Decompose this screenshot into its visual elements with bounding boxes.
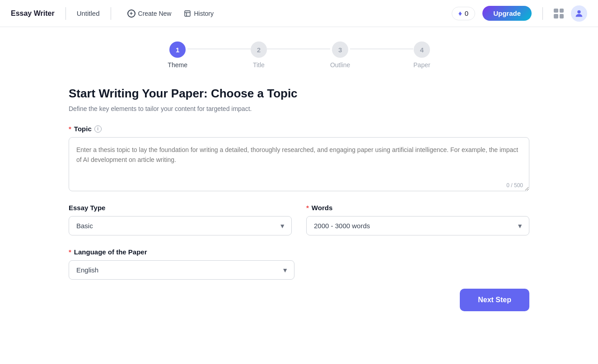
essay-type-select[interactable]: Basic Argumentative Expository Narrative… xyxy=(69,216,292,235)
language-select[interactable]: English Spanish French German Chinese Ar… xyxy=(69,260,294,280)
essay-type-label-text: Essay Type xyxy=(69,204,105,212)
svg-rect-0 xyxy=(185,11,190,16)
language-label: * Language of the Paper xyxy=(69,248,294,256)
gems-count: 0 xyxy=(465,9,468,17)
header-divider-1 xyxy=(65,7,66,20)
app-brand: Essay Writer xyxy=(11,9,55,18)
topic-textarea-wrapper: 0 / 500 xyxy=(69,137,529,193)
words-select-wrapper: 500 - 1000 words 1000 - 2000 words 2000 … xyxy=(306,216,529,235)
step-circle-3: 3 xyxy=(332,41,348,58)
history-label: History xyxy=(194,10,214,17)
step-label-4: Paper xyxy=(413,61,430,69)
step-label-3: Outline xyxy=(330,61,350,69)
document-title: Untitled xyxy=(77,9,100,17)
upgrade-button[interactable]: Upgrade xyxy=(482,6,532,21)
step-connector-3 xyxy=(350,49,413,49)
step-4: 4 Paper xyxy=(413,41,430,69)
topic-field-group: * Topic i 0 / 500 xyxy=(69,125,529,204)
words-label: * Words xyxy=(306,204,529,212)
gem-icon: ♦ xyxy=(458,9,462,18)
main-content: Start Writing Your Paper: Choose a Topic… xyxy=(51,78,547,329)
language-label-text: Language of the Paper xyxy=(74,248,147,256)
step-1: 1 Theme xyxy=(168,41,187,69)
history-icon xyxy=(184,10,191,17)
grid-menu-icon[interactable] xyxy=(554,9,564,18)
topic-required-star: * xyxy=(69,125,71,133)
words-select[interactable]: 500 - 1000 words 1000 - 2000 words 2000 … xyxy=(306,216,529,235)
create-new-label: Create New xyxy=(138,10,172,17)
page-heading: Start Writing Your Paper: Choose a Topic xyxy=(69,87,529,101)
essay-type-select-wrapper: Basic Argumentative Expository Narrative… xyxy=(69,216,292,235)
gems-counter: ♦ 0 xyxy=(452,7,476,20)
language-select-wrapper: English Spanish French German Chinese Ar… xyxy=(69,260,294,280)
essay-type-label: Essay Type xyxy=(69,204,292,212)
create-new-button[interactable]: + Create New xyxy=(122,7,177,20)
header-divider-3 xyxy=(542,7,543,20)
step-circle-1: 1 xyxy=(169,41,186,58)
step-connector-2 xyxy=(267,49,330,49)
language-group: * Language of the Paper English Spanish … xyxy=(69,248,294,280)
avatar-icon xyxy=(574,9,584,18)
topic-info-icon[interactable]: i xyxy=(94,125,102,133)
topic-label-text: Topic xyxy=(74,125,92,133)
svg-point-3 xyxy=(577,10,580,13)
header-nav: + Create New History xyxy=(122,7,219,20)
step-connector-1 xyxy=(187,49,251,49)
step-label-2: Title xyxy=(253,61,265,69)
topic-input[interactable] xyxy=(69,137,529,191)
language-required-star: * xyxy=(69,248,71,256)
topic-label: * Topic i xyxy=(69,125,529,133)
header-divider-2 xyxy=(111,7,111,20)
step-2: 2 Title xyxy=(251,41,267,69)
essay-type-group: Essay Type Basic Argumentative Expositor… xyxy=(69,204,292,235)
essay-words-row: Essay Type Basic Argumentative Expositor… xyxy=(69,204,529,235)
step-circle-4: 4 xyxy=(414,41,430,58)
step-circle-2: 2 xyxy=(251,41,267,58)
plus-icon: + xyxy=(127,9,135,18)
next-step-button[interactable]: Next Step xyxy=(460,289,529,311)
next-step-row: Next Step xyxy=(69,289,529,311)
user-avatar[interactable] xyxy=(571,5,587,22)
words-group: * Words 500 - 1000 words 1000 - 2000 wor… xyxy=(306,204,529,235)
step-label-1: Theme xyxy=(168,61,187,69)
stepper: 1 Theme 2 Title 3 Outline 4 Paper xyxy=(0,27,598,78)
char-count: 0 / 500 xyxy=(506,182,523,189)
words-required-star: * xyxy=(306,204,309,212)
page-subheading: Define the key elements to tailor your c… xyxy=(69,105,529,112)
history-button[interactable]: History xyxy=(178,7,219,20)
step-3: 3 Outline xyxy=(330,41,350,69)
words-label-text: Words xyxy=(312,204,332,212)
